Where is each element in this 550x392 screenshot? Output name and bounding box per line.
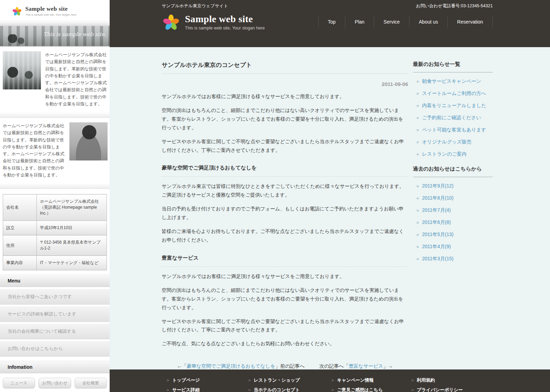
list-item: »利用規約 — [411, 377, 467, 383]
bullet-icon: » — [416, 232, 419, 237]
left-site-title: Sample web site — [25, 6, 76, 12]
main-footer: »トップページ »サービス詳細 »料金一覧 »客室について »レストラン・ショッ… — [110, 369, 550, 392]
bullet-icon: » — [248, 387, 251, 392]
list-item: »オリジナルグッズ販売 — [416, 139, 493, 145]
table-value: ホームページサンプル株式会社 （英語表記 Homepage sample Inc… — [37, 194, 107, 221]
building-photo — [3, 51, 41, 89]
next-label: 次の記事へ「 — [319, 363, 349, 369]
article-paragraph: 当日の予約も受け付けておりますのでご予約フォーム、もしくはお電話にてご予約いただ… — [162, 204, 408, 222]
section-heading: 豪華な空間でご満足頂けるおもてなしを — [162, 165, 408, 177]
footer-column-3: »キャンペーン情報 »ご意見ご感想はこちら »ご予約フォーム »お知らせ一覧 — [327, 377, 406, 392]
list-item: »朝食サービスキャンペーン — [416, 78, 493, 85]
bullet-icon: » — [167, 377, 169, 383]
portrait-photo — [69, 122, 108, 160]
archive-link[interactable]: 2011年7月(4) — [422, 207, 451, 213]
main-site: サンプルホテル東京ウェブサイト お問い合わせ電話番号:03-12345-5432… — [110, 0, 550, 392]
table-label: 住所 — [3, 235, 37, 256]
site-tagline: This is sample web site, Your slogan her… — [185, 26, 265, 31]
page: Sample web site This is sample web site.… — [0, 0, 550, 392]
nav-service[interactable]: Service — [374, 16, 409, 28]
left-site-tagline: This is sample web site. Your slogan her… — [25, 13, 76, 16]
prev-label: 」前の記事へ — [275, 363, 305, 369]
nav-reservation[interactable]: Reservation — [447, 16, 493, 28]
bullet-icon: » — [416, 244, 419, 249]
site-note: サンプルホテル東京ウェブサイト — [162, 3, 228, 9]
site-logo[interactable]: Sample web site This is sample web site,… — [162, 12, 265, 31]
table-value: 〒012-3456 見本県見本市サンプル1-2 — [37, 235, 107, 256]
bullet-icon: » — [416, 79, 419, 84]
list-item: »ペット可能な客室もあります — [416, 127, 493, 133]
company-info-table: 会社名 ホームページサンプル株式会社 （英語表記 Homepage sample… — [3, 194, 107, 270]
news-button[interactable]: ニュース — [3, 378, 35, 389]
list-item: »2011年9月(12) — [416, 183, 493, 189]
bullet-icon: » — [416, 220, 419, 225]
nav-about-us[interactable]: About us — [409, 16, 447, 28]
about-paragraph: ホームページサンプル株式会社では最新技術と自然との調和を目指します。革新的な技術… — [45, 51, 108, 107]
article-paragraph: サービスやホテル客室に関してご不明な点やご要望などございましたら当ホテルスタッフ… — [162, 317, 408, 334]
news-link[interactable]: ご予約前にご確認ください — [422, 115, 481, 120]
archive-list: »2011年9月(12) »2011年8月(10) »2011年7月(4) »2… — [413, 183, 493, 262]
company-button[interactable]: 会社概要 — [75, 378, 107, 389]
news-link[interactable]: 内装をリニューアルしました — [422, 103, 486, 108]
archive-link[interactable]: 2011年5月(13) — [422, 232, 454, 237]
bullet-icon: » — [416, 91, 419, 96]
contact-button[interactable]: お問い合わせ — [39, 378, 71, 389]
menu-item-contact[interactable]: お問い合わせはこちらから — [0, 341, 110, 357]
list-item: »ご意見ご感想はこちら — [331, 387, 406, 392]
news-link[interactable]: 朝食サービスキャンペーン — [422, 78, 481, 84]
next-article-link[interactable]: 豊富なサービス — [349, 363, 383, 369]
bullet-icon: » — [411, 377, 414, 383]
footer-link[interactable]: トップページ — [172, 377, 200, 383]
news-link[interactable]: ペット可能な客室もあります — [422, 127, 486, 132]
bullet-icon: » — [411, 387, 414, 392]
footer-link[interactable]: 利用規約 — [417, 377, 435, 383]
article-pagination: ←「豪華な空間でご満足頂けるおもてなしを」前の記事へ次の記事へ「豊富なサービス」… — [162, 363, 408, 369]
article-paragraph: 皆様のご来場を心よりお待ちしております。ご不明な点などございましたら当ホテルスタ… — [162, 227, 408, 244]
bullet-icon: » — [331, 387, 334, 392]
news-link[interactable]: オリジナルグッズ販売 — [422, 139, 472, 145]
bullet-icon: » — [416, 195, 419, 201]
nav-top[interactable]: Top — [318, 16, 345, 28]
archive-link[interactable]: 2011年9月(12) — [422, 183, 454, 189]
prev-article-link[interactable]: 豪華な空間でご満足頂けるおもてなしを — [187, 363, 276, 369]
news-link[interactable]: レストランのご案内 — [422, 151, 466, 157]
footer-link[interactable]: レストラン・ショップ — [254, 377, 300, 383]
gradient-divider — [0, 112, 110, 118]
menu-heading: Menu — [0, 275, 110, 287]
archive-link[interactable]: 2011年4月(9) — [422, 244, 451, 249]
bullet-icon: » — [416, 208, 419, 213]
footer-column-2: »レストラン・ショップ »当ホテルのコンセプト »お客様の声 »ペット同伴の宿泊… — [243, 377, 327, 392]
information-buttons: ニュース お問い合わせ 会社概要 — [0, 373, 110, 392]
list-item: »2011年6月(8) — [416, 219, 493, 226]
article: サンプルホテル東京のコンセプト 2011-09-06 サンプルホテルではお客様に… — [162, 61, 408, 369]
table-row: 事業内容 IT・マーケティング・福祉など — [3, 256, 107, 270]
table-label: 事業内容 — [3, 256, 37, 270]
list-item: »レストラン・ショップ — [248, 377, 327, 383]
archive-link[interactable]: 2011年3月(15) — [422, 256, 454, 261]
footer-link[interactable]: 当ホテルのコンセプト — [254, 387, 300, 392]
table-value: IT・マーケティング・福祉など — [37, 256, 107, 270]
left-preview-site: Sample web site This is sample web site.… — [0, 0, 110, 392]
left-menu: 当社から皆様へごあいさつです サービスの詳細を解説しています 当社の会社概要につ… — [0, 289, 110, 357]
bullet-icon: » — [167, 387, 169, 392]
table-row: 設立 平成10年1月10日 — [3, 221, 107, 235]
footer-link[interactable]: ご意見ご感想はこちら — [337, 387, 383, 392]
archive-heading: 過去のお知らせはこちらから — [413, 166, 493, 177]
gradient-divider — [0, 183, 110, 189]
menu-item-service[interactable]: サービスの詳細を解説しています — [0, 306, 110, 322]
footer-link[interactable]: プライバシーポリシー — [417, 387, 463, 392]
footer-link[interactable]: サービス詳細 — [172, 387, 200, 392]
menu-item-greeting[interactable]: 当社から皆様へごあいさつです — [0, 289, 110, 305]
left-site-logo[interactable]: Sample web site This is sample web site.… — [0, 0, 110, 19]
article-paragraph: サンプルホテルではお客様にご満足頂ける様々なサービスをご用意しております。 — [162, 272, 408, 281]
menu-item-company[interactable]: 当社の会社概要について確認する — [0, 323, 110, 339]
article-paragraph: ご不明な点、気になる点などございましたらお気軽にお問い合わせください。 — [162, 339, 408, 348]
article-paragraph: 空間の演出はもちろんのこと、細部にまでこだわり他にはない高いクオリティでのサービ… — [162, 286, 408, 312]
nav-plan[interactable]: Plan — [345, 16, 374, 28]
article-title: サンプルホテル東京のコンセプト — [162, 61, 408, 74]
footer-link[interactable]: キャンペーン情報 — [337, 377, 374, 383]
archive-link[interactable]: 2011年8月(10) — [422, 195, 454, 201]
flower-logo-icon — [12, 6, 22, 16]
news-link[interactable]: スイートルームご利用の方へ — [422, 90, 486, 96]
archive-link[interactable]: 2011年6月(8) — [422, 219, 451, 225]
